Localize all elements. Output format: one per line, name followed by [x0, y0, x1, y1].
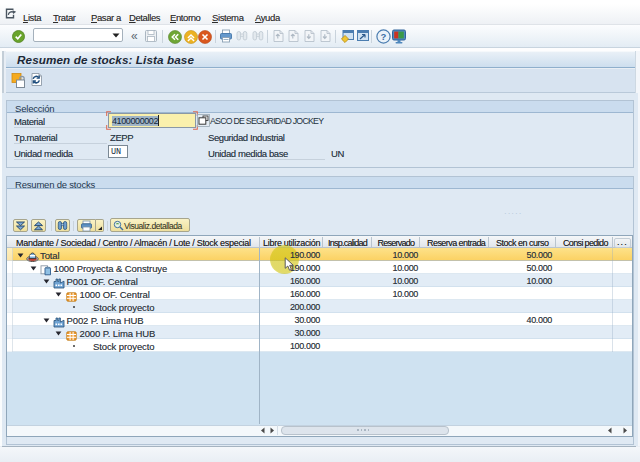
svg-text:?: ?	[381, 31, 387, 42]
